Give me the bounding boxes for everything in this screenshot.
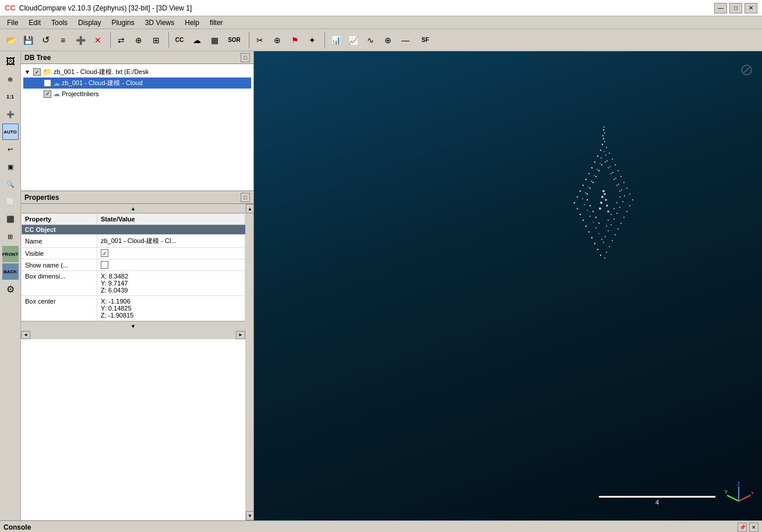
prop-row-name: Name zb_001 - Cloud-建模 - Cl...: [22, 235, 245, 248]
sidebar-grid-btn[interactable]: ⊞: [2, 228, 19, 245]
console-pin[interactable]: 📌: [738, 523, 747, 532]
prop-row-boxdim: Box dimensi... X: 8.3482 Y: 9.7147 Z: 6.…: [22, 271, 245, 296]
tb-seg[interactable]: ✂: [252, 32, 268, 48]
cloud-icon-1: ☁: [53, 79, 60, 87]
sidebar-settings-btn[interactable]: ⚙: [2, 281, 19, 297]
svg-point-55: [587, 199, 588, 200]
sidebar-square-btn[interactable]: ⬜: [2, 193, 19, 210]
tb-refresh[interactable]: ↺: [37, 32, 54, 48]
svg-point-31: [618, 228, 619, 230]
sidebar-back2-btn[interactable]: BACK: [2, 263, 19, 280]
svg-text:X: X: [751, 490, 753, 496]
sidebar-image-btn[interactable]: 🖼: [2, 54, 19, 70]
close-button[interactable]: ✕: [745, 3, 757, 13]
menu-plugins[interactable]: Plugins: [107, 17, 139, 28]
svg-point-19: [629, 193, 630, 195]
tb-save[interactable]: 💾: [20, 32, 36, 48]
prop-hscroll[interactable]: ◄ ►: [21, 330, 245, 339]
tb-star[interactable]: ✦: [304, 32, 320, 48]
3d-view[interactable]: ⊘ 4 X Y Z: [254, 51, 762, 520]
showname-checkbox[interactable]: [101, 261, 108, 269]
db-tree-content[interactable]: ▼ ✓ 📁 zb_001 - Cloud-建模. txt (E:/Desk ☁ …: [21, 64, 253, 191]
prop-hscroll-left[interactable]: ◄: [21, 331, 30, 339]
sidebar-ratio-btn[interactable]: 1:1: [2, 89, 19, 105]
svg-point-78: [621, 189, 622, 191]
tb-flag[interactable]: ⚑: [287, 32, 303, 48]
tb-checker[interactable]: ▦: [206, 32, 223, 48]
prop-vscroll[interactable]: ▲ ▼: [245, 204, 253, 520]
prop-vscroll-up[interactable]: ▲: [246, 204, 253, 213]
tb-chart1[interactable]: 📊: [327, 32, 344, 48]
prop-section-label: CC Object: [22, 225, 245, 235]
tb-rotate[interactable]: ⊕: [130, 32, 147, 48]
checkbox-root[interactable]: ✓: [33, 68, 41, 76]
prop-vscroll-down[interactable]: ▼: [246, 511, 253, 520]
menu-help[interactable]: Help: [180, 17, 204, 28]
sidebar-zoom-btn[interactable]: 🔍: [2, 176, 19, 192]
tb-cloud[interactable]: ☁: [189, 32, 205, 48]
console-close[interactable]: ✕: [749, 523, 759, 532]
prop-visible-value[interactable]: ✓: [97, 248, 245, 259]
menu-edit[interactable]: Edit: [24, 17, 45, 28]
prop-name-label: Name: [22, 235, 97, 248]
tree-label-cloud2: ProjectInliers: [62, 90, 99, 97]
svg-point-66: [605, 154, 606, 156]
prop-boxcenter-label: Box center: [22, 296, 97, 321]
tb-minus[interactable]: —: [397, 32, 414, 48]
minimize-button[interactable]: —: [714, 3, 727, 13]
db-tree-maximize[interactable]: □: [241, 53, 250, 62]
svg-point-23: [629, 205, 630, 206]
prop-hscroll-thumb[interactable]: [30, 331, 236, 339]
checkbox-cloud2[interactable]: ✓: [44, 90, 51, 98]
tb-chart2[interactable]: 📈: [345, 32, 361, 48]
tree-label-cloud1: zb_001 - Cloud-建模 - Cloud: [62, 79, 143, 87]
prop-showname-value[interactable]: [97, 259, 245, 271]
menu-3dviews[interactable]: 3D Views: [140, 17, 179, 28]
tb-wave[interactable]: ∿: [362, 32, 379, 48]
3d-viewport[interactable]: ⊘ 4 X Y Z: [254, 51, 762, 520]
properties-header: Properties □: [21, 191, 253, 204]
tb-sf[interactable]: SF: [415, 32, 436, 48]
sidebar-solid-btn[interactable]: ⬛: [2, 211, 19, 227]
svg-point-77: [588, 186, 589, 188]
tree-item-cloud2[interactable]: ✓ ☁ ProjectInliers: [23, 89, 251, 99]
checkbox-cloud1[interactable]: [44, 79, 51, 87]
tb-add[interactable]: ➕: [72, 32, 89, 48]
tb-sor[interactable]: SOR: [224, 32, 245, 48]
tb-scale[interactable]: ⊞: [148, 32, 164, 48]
maximize-button[interactable]: □: [729, 3, 742, 13]
menu-filter[interactable]: filter: [205, 17, 228, 28]
prop-section-ccobject: CC Object: [22, 225, 245, 235]
tree-item-root[interactable]: ▼ ✓ 📁 zb_001 - Cloud-建模. txt (E:/Desk: [23, 66, 251, 77]
axes-widget: X Y Z: [724, 481, 753, 512]
sidebar-auto-btn[interactable]: AUTO: [2, 124, 19, 140]
svg-point-106: [603, 129, 604, 131]
menu-tools[interactable]: Tools: [47, 17, 72, 28]
svg-point-70: [609, 166, 611, 167]
tree-item-cloud1[interactable]: ☁ zb_001 - Cloud-建模 - Cloud: [23, 77, 251, 89]
svg-point-107: [604, 132, 605, 133]
prop-vscroll-thumb[interactable]: [246, 213, 253, 511]
tb-open[interactable]: 📂: [2, 32, 19, 48]
sidebar-box-btn[interactable]: ▣: [2, 158, 19, 175]
sidebar-front-btn[interactable]: FRONT: [2, 246, 19, 262]
visible-checkbox[interactable]: ✓: [101, 249, 108, 257]
tb-cc[interactable]: CC: [171, 32, 188, 48]
sidebar-back-btn[interactable]: ↩: [2, 141, 19, 157]
svg-point-20: [577, 196, 578, 198]
tb-target[interactable]: ⊕: [269, 32, 285, 48]
svg-point-98: [604, 193, 606, 195]
tb-list[interactable]: ≡: [55, 32, 71, 48]
sidebar-plus-btn[interactable]: ⊕: [2, 71, 19, 87]
menu-display[interactable]: Display: [73, 17, 105, 28]
prop-hscroll-right[interactable]: ►: [236, 331, 245, 339]
prop-scroll-up[interactable]: ▲: [21, 204, 245, 213]
tb-remove[interactable]: ✕: [90, 32, 106, 48]
tb-translate[interactable]: ⇄: [113, 32, 129, 48]
tb-plus-circle[interactable]: ⊕: [380, 32, 396, 48]
properties-maximize[interactable]: □: [241, 193, 250, 202]
menu-file[interactable]: File: [2, 17, 23, 28]
sidebar-add-btn[interactable]: ➕: [2, 106, 19, 122]
properties-table-wrap[interactable]: ▲ Property State/Value CC Object: [21, 204, 245, 520]
prop-scroll-down[interactable]: ▼: [21, 321, 245, 330]
